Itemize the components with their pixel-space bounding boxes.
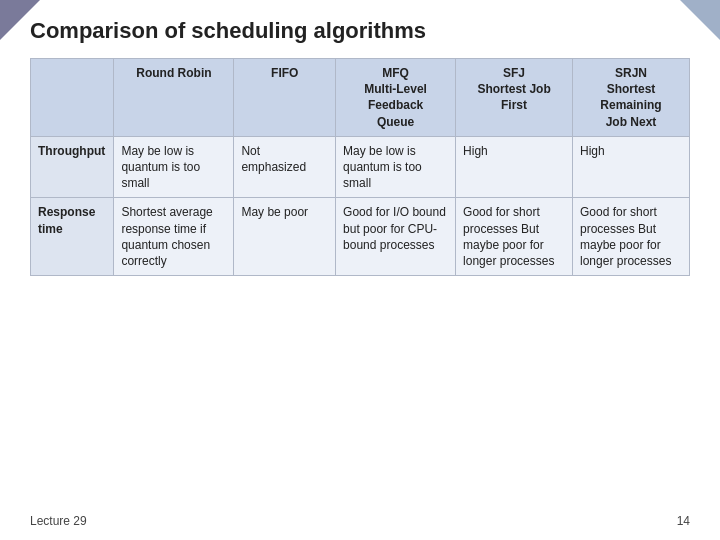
cell-throughput-srjn: High bbox=[573, 136, 690, 198]
cell-response-sfj: Good for short processes But maybe poor … bbox=[456, 198, 573, 276]
footer-lecture: Lecture 29 bbox=[30, 514, 87, 528]
col-header-mfq: MFQMulti-LevelFeedbackQueue bbox=[336, 59, 456, 137]
cell-response-mfq: Good for I/O bound but poor for CPU-boun… bbox=[336, 198, 456, 276]
cell-throughput-rr: May be low is quantum is too small bbox=[114, 136, 234, 198]
table-header-row: Round Robin FIFO MFQMulti-LevelFeedbackQ… bbox=[31, 59, 690, 137]
footer-page-number: 14 bbox=[677, 514, 690, 528]
cell-throughput-fifo: Not emphasized bbox=[234, 136, 336, 198]
cell-response-srjn: Good for short processes But maybe poor … bbox=[573, 198, 690, 276]
col-header-rr: Round Robin bbox=[114, 59, 234, 137]
page-footer: Lecture 29 14 bbox=[0, 514, 720, 528]
col-header-sfj: SFJShortest JobFirst bbox=[456, 59, 573, 137]
row-label-response: Response time bbox=[31, 198, 114, 276]
col-header-srjn: SRJNShortestRemainingJob Next bbox=[573, 59, 690, 137]
col-header-fifo: FIFO bbox=[234, 59, 336, 137]
table-row: Response time Shortest average response … bbox=[31, 198, 690, 276]
row-label-throughput: Throughput bbox=[31, 136, 114, 198]
cell-throughput-sfj: High bbox=[456, 136, 573, 198]
cell-response-rr: Shortest average response time if quantu… bbox=[114, 198, 234, 276]
comparison-table: Round Robin FIFO MFQMulti-LevelFeedbackQ… bbox=[30, 58, 690, 276]
page-title: Comparison of scheduling algorithms bbox=[30, 18, 690, 44]
col-header-label bbox=[31, 59, 114, 137]
cell-throughput-mfq: May be low is quantum is too small bbox=[336, 136, 456, 198]
cell-response-fifo: May be poor bbox=[234, 198, 336, 276]
page-content: Comparison of scheduling algorithms Roun… bbox=[0, 0, 720, 286]
table-row: Throughput May be low is quantum is too … bbox=[31, 136, 690, 198]
